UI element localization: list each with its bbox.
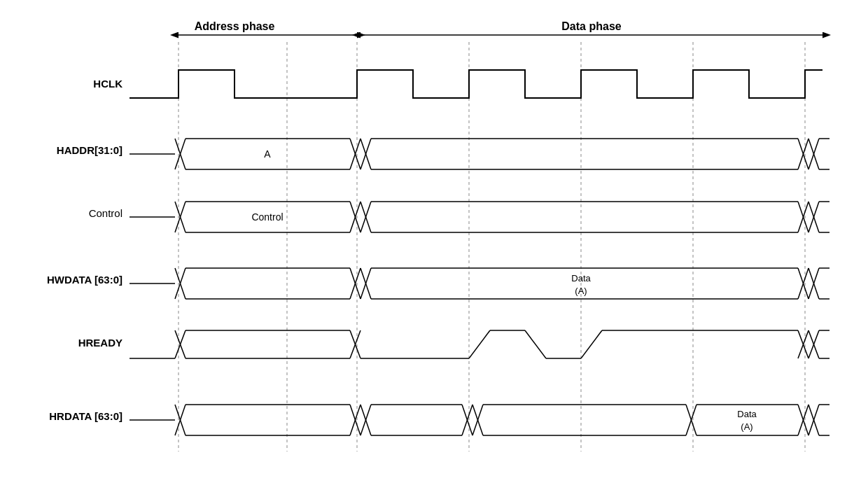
hwdata-value: Data [571,273,591,284]
hwdata-value2: (A) [575,286,587,296]
data-phase-label: Data phase [561,20,621,32]
hwdata-label: HWDATA [63:0] [47,274,122,286]
timing-diagram: Address phase Data phase HCLK HADDR[31:0… [14,10,854,472]
control-label: Control [89,207,122,219]
hrdata-value2: (A) [741,421,752,432]
svg-rect-0 [14,10,854,472]
hready-label: HREADY [78,337,122,349]
haddr-label: HADDR[31:0] [57,144,122,156]
hrdata-value: Data [737,409,757,419]
control-value: Control [251,211,283,223]
haddr-value: A [264,148,271,160]
address-phase-label: Address phase [195,20,275,32]
hrdata-label: HRDATA [63:0] [49,410,122,422]
hclk-label: HCLK [93,78,122,90]
